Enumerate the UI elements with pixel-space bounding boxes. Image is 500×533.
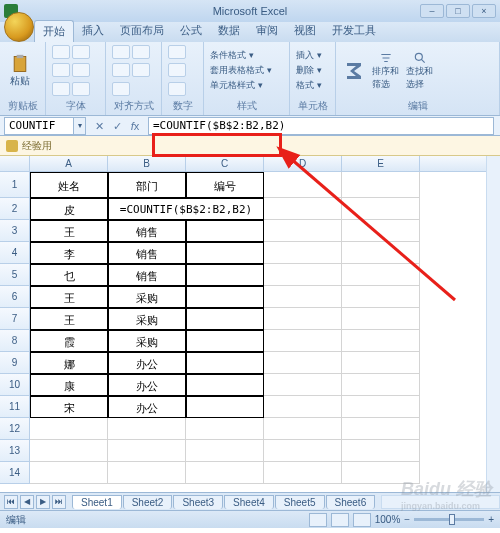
insert-cells-button[interactable]: 插入 ▾ — [296, 49, 322, 62]
cell[interactable] — [186, 462, 264, 484]
sheet-tab-Sheet6[interactable]: Sheet6 — [326, 495, 376, 509]
cell[interactable] — [30, 440, 108, 462]
font-color-button[interactable] — [72, 82, 90, 96]
vertical-scrollbar[interactable] — [486, 156, 500, 492]
cell[interactable]: 宋 — [30, 396, 108, 418]
formula-input[interactable] — [148, 117, 494, 135]
cell[interactable]: =COUNTIF($B$2:B2,B2) — [108, 198, 264, 220]
office-button[interactable] — [4, 12, 34, 42]
cell[interactable] — [186, 352, 264, 374]
tab-开发工具[interactable]: 开发工具 — [324, 20, 384, 42]
cell[interactable] — [30, 462, 108, 484]
row-header[interactable]: 10 — [0, 374, 30, 396]
cell[interactable] — [108, 462, 186, 484]
cell[interactable] — [342, 374, 420, 396]
cell[interactable]: 办公 — [108, 396, 186, 418]
name-box[interactable]: COUNTIF — [4, 117, 74, 135]
format-cells-button[interactable]: 格式 ▾ — [296, 79, 322, 92]
cell[interactable] — [342, 308, 420, 330]
tab-页面布局[interactable]: 页面布局 — [112, 20, 172, 42]
cell[interactable] — [342, 418, 420, 440]
cell[interactable] — [264, 198, 342, 220]
normal-view-button[interactable] — [309, 513, 327, 527]
cell[interactable] — [342, 330, 420, 352]
cell[interactable]: 部门 — [108, 172, 186, 198]
cell[interactable] — [342, 198, 420, 220]
cell[interactable] — [264, 418, 342, 440]
name-box-dropdown[interactable]: ▾ — [74, 117, 86, 135]
cell[interactable] — [342, 286, 420, 308]
horizontal-scrollbar[interactable] — [381, 495, 500, 509]
number-format-button[interactable] — [168, 45, 186, 59]
cell[interactable]: 李 — [30, 242, 108, 264]
select-all-corner[interactable] — [0, 156, 30, 171]
cell[interactable]: 编号 — [186, 172, 264, 198]
cell[interactable] — [342, 352, 420, 374]
cell[interactable]: 销售 — [108, 264, 186, 286]
tab-数据[interactable]: 数据 — [210, 20, 248, 42]
close-button[interactable]: × — [472, 4, 496, 18]
zoom-out-button[interactable]: − — [404, 514, 410, 525]
sheet-tab-Sheet2[interactable]: Sheet2 — [123, 495, 173, 509]
cell-styles-button[interactable]: 单元格样式 ▾ — [210, 79, 272, 92]
cell[interactable] — [342, 462, 420, 484]
cancel-formula-button[interactable]: ✕ — [90, 118, 108, 134]
cell[interactable]: 办公 — [108, 374, 186, 396]
cell[interactable] — [264, 462, 342, 484]
find-select-button[interactable]: 查找和选择 — [406, 51, 434, 91]
cell[interactable] — [264, 396, 342, 418]
cell[interactable] — [264, 220, 342, 242]
border-button[interactable] — [72, 63, 90, 77]
align-left-button[interactable] — [112, 45, 130, 59]
tab-nav-first[interactable]: ⏮ — [4, 495, 18, 509]
cell[interactable]: 娜 — [30, 352, 108, 374]
zoom-level[interactable]: 100% — [375, 514, 401, 525]
format-table-button[interactable]: 套用表格格式 ▾ — [210, 64, 272, 77]
bold-button[interactable] — [52, 45, 70, 59]
cell[interactable] — [342, 220, 420, 242]
row-header[interactable]: 2 — [0, 198, 30, 220]
sheet-tab-Sheet1[interactable]: Sheet1 — [72, 495, 122, 509]
column-header-D[interactable]: D — [264, 156, 342, 171]
worksheet[interactable]: ABCDE 1姓名部门编号2皮=COUNTIF($B$2:B2,B2)3王销售4… — [0, 156, 500, 492]
row-header[interactable]: 6 — [0, 286, 30, 308]
cell[interactable] — [264, 374, 342, 396]
accept-formula-button[interactable]: ✓ — [108, 118, 126, 134]
sort-filter-button[interactable]: 排序和筛选 — [372, 51, 400, 91]
sheet-tab-Sheet4[interactable]: Sheet4 — [224, 495, 274, 509]
align-center-button[interactable] — [132, 45, 150, 59]
tab-开始[interactable]: 开始 — [34, 20, 74, 42]
row-header[interactable]: 14 — [0, 462, 30, 484]
cell[interactable] — [342, 172, 420, 198]
row-header[interactable]: 1 — [0, 172, 30, 198]
cell[interactable] — [186, 286, 264, 308]
comma-button[interactable] — [168, 82, 186, 96]
row-header[interactable]: 5 — [0, 264, 30, 286]
row-header[interactable]: 12 — [0, 418, 30, 440]
cell[interactable]: 采购 — [108, 286, 186, 308]
cell[interactable]: 乜 — [30, 264, 108, 286]
cell[interactable]: 姓名 — [30, 172, 108, 198]
fx-button[interactable]: fx — [126, 118, 144, 134]
percent-button[interactable] — [168, 63, 186, 77]
paste-button[interactable]: 粘贴 — [6, 51, 34, 91]
delete-cells-button[interactable]: 删除 ▾ — [296, 64, 322, 77]
cell[interactable] — [264, 308, 342, 330]
page-layout-view-button[interactable] — [331, 513, 349, 527]
cell[interactable] — [264, 286, 342, 308]
cell[interactable] — [264, 330, 342, 352]
cell[interactable] — [264, 264, 342, 286]
cell[interactable] — [342, 396, 420, 418]
cell[interactable]: 采购 — [108, 308, 186, 330]
row-header[interactable]: 7 — [0, 308, 30, 330]
tab-插入[interactable]: 插入 — [74, 20, 112, 42]
cell[interactable] — [264, 440, 342, 462]
cell[interactable]: 皮 — [30, 198, 108, 220]
zoom-slider[interactable] — [414, 518, 484, 521]
tab-nav-next[interactable]: ▶ — [36, 495, 50, 509]
cell[interactable] — [30, 418, 108, 440]
cell[interactable]: 销售 — [108, 242, 186, 264]
cell[interactable]: 王 — [30, 308, 108, 330]
column-header-E[interactable]: E — [342, 156, 420, 171]
cell[interactable] — [342, 264, 420, 286]
